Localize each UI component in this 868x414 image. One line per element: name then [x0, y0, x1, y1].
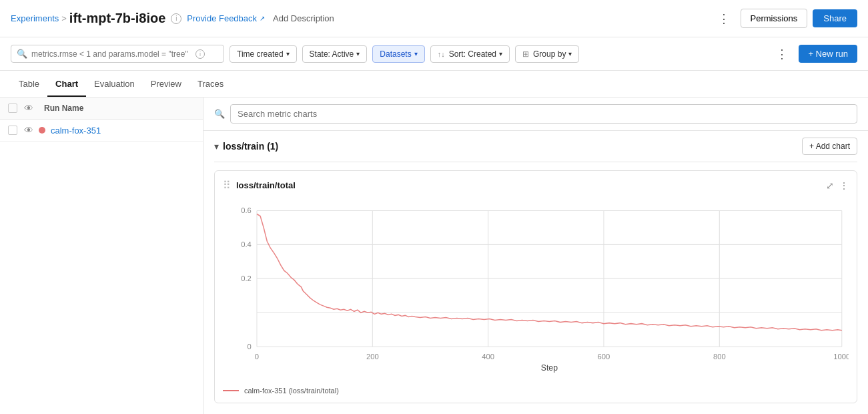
header-more-button[interactable]: ⋮	[713, 9, 735, 29]
svg-text:0: 0	[248, 343, 252, 351]
svg-text:0: 0	[255, 353, 259, 361]
chevron-down-icon: ▾	[414, 50, 418, 57]
fullscreen-button[interactable]: ⤢	[826, 180, 834, 191]
external-link-icon: ↗	[260, 15, 265, 22]
search-icon: 🔍	[17, 49, 27, 59]
chevron-down-icon: ▾	[568, 50, 572, 57]
filter-search-box[interactable]: 🔍 i	[11, 45, 224, 63]
svg-text:1000: 1000	[833, 353, 849, 361]
legend-color	[223, 390, 239, 391]
chart-actions: ⤢ ⋮	[826, 180, 849, 191]
svg-text:200: 200	[366, 353, 379, 361]
page-title: ift-mpt-7b-i8ioe	[69, 11, 165, 26]
tab-chart[interactable]: Chart	[47, 72, 86, 97]
group-by-filter[interactable]: ⊞ Group by ▾	[515, 45, 579, 63]
share-button[interactable]: Share	[813, 9, 857, 27]
chart-card-header: ⠿ loss/train/total ⤢ ⋮	[223, 179, 849, 192]
chart-more-button[interactable]: ⋮	[839, 180, 849, 191]
svg-text:400: 400	[482, 353, 494, 361]
chart-legend: calm-fox-351 (loss/train/total)	[223, 387, 849, 395]
chevron-down-icon: ▾	[286, 50, 290, 57]
info-icon[interactable]: i	[171, 13, 181, 24]
chart-group: ▾ loss/train (1) + Add chart ⠿ loss/trai…	[214, 131, 857, 403]
header-right: ⋮ Permissions Share	[713, 9, 858, 29]
toolbar-more-button[interactable]: ⋮	[771, 44, 793, 64]
new-run-button[interactable]: + New run	[799, 45, 857, 63]
search-charts-icon: 🔍	[214, 109, 225, 119]
time-created-filter[interactable]: Time created ▾	[230, 45, 297, 63]
svg-text:Step: Step	[541, 363, 558, 373]
filter-info-icon[interactable]: i	[195, 49, 205, 59]
run-status-dot	[39, 127, 45, 134]
drag-handle-icon[interactable]: ⠿	[223, 179, 231, 192]
main-content: 👁 Run Name 👁 calm-fox-351 🔍 ▾ loss/train…	[0, 97, 868, 414]
chevron-down-icon: ▾	[356, 50, 360, 57]
svg-text:800: 800	[713, 353, 726, 361]
legend-label: calm-fox-351 (loss/train/total)	[244, 387, 339, 395]
tabs-bar: Table Chart Evaluation Preview Traces	[0, 71, 868, 97]
chart-card: ⠿ loss/train/total ⤢ ⋮	[214, 170, 857, 403]
run-checkbox[interactable]	[8, 126, 17, 135]
sort-filter[interactable]: ↑↓ Sort: Created ▾	[430, 45, 510, 63]
run-row: 👁 calm-fox-351	[0, 120, 203, 142]
toolbar-right: ⋮ + New run	[771, 44, 857, 64]
svg-text:0.6: 0.6	[241, 206, 252, 214]
search-charts-bar: 🔍	[203, 97, 868, 131]
loss-chart: 0.6 0.4 0.2 0 0 200 400 600 800 1000 Ste…	[223, 197, 849, 381]
svg-text:0.2: 0.2	[241, 274, 252, 282]
chevron-down-icon: ▾	[499, 50, 502, 57]
chart-title: loss/train/total	[236, 180, 826, 190]
svg-text:0.4: 0.4	[241, 240, 252, 248]
search-charts-input[interactable]	[230, 104, 857, 124]
tab-traces[interactable]: Traces	[189, 72, 232, 97]
feedback-link[interactable]: Provide Feedback ↗	[187, 13, 265, 23]
run-visibility-icon[interactable]: 👁	[24, 125, 33, 136]
collapse-group-button[interactable]: ▾	[214, 141, 219, 152]
datasets-filter[interactable]: Datasets ▾	[372, 45, 424, 63]
permissions-button[interactable]: Permissions	[741, 9, 808, 28]
run-list-panel: 👁 Run Name 👁 calm-fox-351	[0, 97, 203, 414]
tab-preview[interactable]: Preview	[143, 72, 189, 97]
run-name-column-header: Run Name	[44, 104, 83, 113]
add-chart-button[interactable]: + Add chart	[802, 138, 857, 155]
tab-evaluation[interactable]: Evaluation	[86, 72, 143, 97]
breadcrumb-separator: >	[61, 13, 67, 23]
top-header: Experiments > ift-mpt-7b-i8ioe i Provide…	[0, 0, 868, 37]
state-filter[interactable]: State: Active ▾	[302, 45, 368, 63]
toolbar: 🔍 i Time created ▾ State: Active ▾ Datas…	[0, 37, 868, 71]
tab-table[interactable]: Table	[11, 72, 47, 97]
run-name-link[interactable]: calm-fox-351	[51, 126, 101, 136]
run-list-header: 👁 Run Name	[0, 97, 203, 120]
breadcrumb-experiments[interactable]: Experiments	[11, 13, 59, 23]
select-all-checkbox[interactable]	[8, 104, 17, 113]
visibility-header-icon: 👁	[24, 103, 33, 114]
chart-panel: 🔍 ▾ loss/train (1) + Add chart ⠿ loss/tr…	[203, 97, 868, 414]
chart-group-header: ▾ loss/train (1) + Add chart	[214, 131, 857, 162]
filter-search-input[interactable]	[31, 49, 191, 59]
chart-group-title: loss/train (1)	[223, 141, 802, 152]
svg-text:600: 600	[598, 353, 610, 361]
add-description-button[interactable]: Add Description	[273, 13, 334, 23]
